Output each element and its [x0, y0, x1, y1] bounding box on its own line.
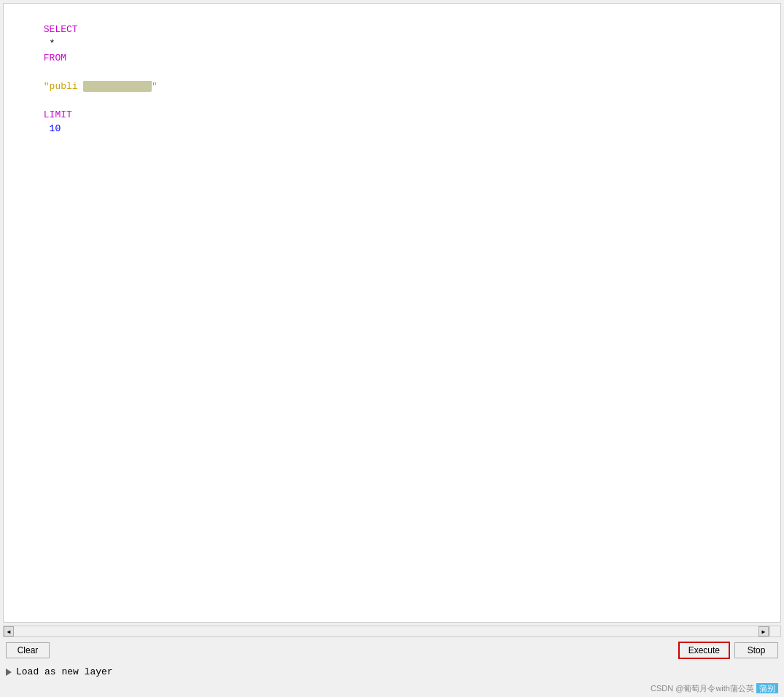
- main-container: SELECT * FROM "publi ████████████" LIMIT…: [0, 0, 784, 697]
- scroll-left-button[interactable]: ◀: [4, 626, 14, 636]
- sql-space2: [44, 95, 50, 106]
- keyword-select: SELECT: [44, 24, 78, 35]
- sql-space1: [44, 66, 50, 77]
- execute-button[interactable]: Execute: [678, 642, 730, 659]
- watermark-main: CSDN @葡萄月令with蒲公英: [651, 684, 754, 693]
- horizontal-scrollbar-row: ◀ ▶: [3, 626, 781, 637]
- load-layer-row: Load as new layer: [0, 663, 784, 680]
- load-layer-label[interactable]: Load as new layer: [16, 666, 113, 677]
- sql-editor-area: SELECT * FROM "publi ████████████" LIMIT…: [3, 3, 781, 623]
- limit-value: 10: [44, 123, 61, 134]
- scroll-right-button[interactable]: ▶: [758, 626, 769, 636]
- horizontal-scrollbar[interactable]: ◀ ▶: [3, 626, 769, 637]
- sql-display: SELECT * FROM "publi ████████████" LIMIT…: [4, 4, 780, 155]
- keyword-limit: LIMIT: [44, 109, 72, 120]
- clear-button[interactable]: Clear: [6, 642, 50, 658]
- keyword-from: FROM: [44, 52, 66, 63]
- scrollbar-corner: [769, 626, 781, 637]
- load-layer-arrow-icon: [6, 669, 12, 676]
- stop-button[interactable]: Stop: [734, 642, 778, 658]
- watermark-row: CSDN @葡萄月令with蒲公英 蒲别: [0, 680, 784, 697]
- watermark-text: CSDN @葡萄月令with蒲公英 蒲别: [651, 683, 778, 694]
- sql-star: *: [44, 38, 61, 49]
- table-name: "publi ████████████": [44, 81, 158, 92]
- toolbar-row: Clear Execute Stop: [0, 637, 784, 663]
- watermark-highlight: 蒲别: [756, 683, 778, 693]
